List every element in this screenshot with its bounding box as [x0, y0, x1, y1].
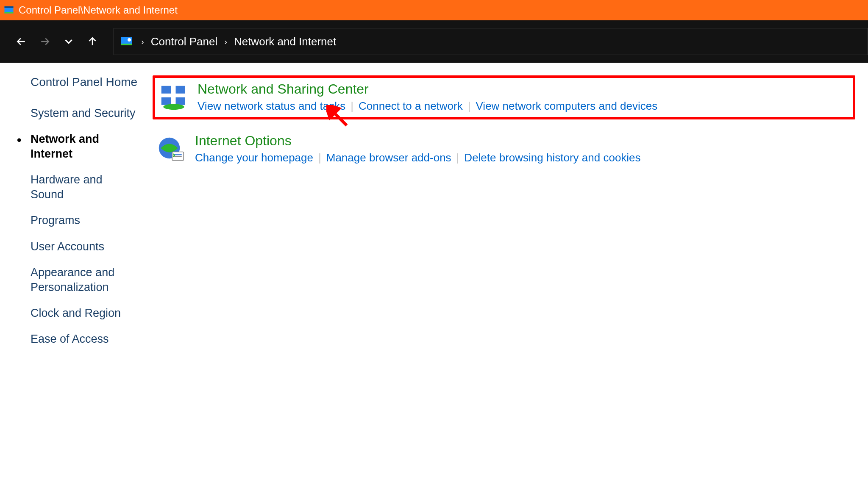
- link-divider: |: [456, 151, 459, 164]
- link-divider: |: [351, 100, 353, 112]
- main-panel: Network and Sharing CenterView network s…: [153, 63, 868, 488]
- title-bar: Control Panel\Network and Internet: [0, 0, 868, 20]
- category-links: Change your homepage|Manage browser add-…: [195, 151, 852, 164]
- content-area: Control Panel Home System and SecurityNe…: [0, 63, 868, 488]
- svg-rect-6: [161, 86, 171, 94]
- window-title: Control Panel\Network and Internet: [19, 4, 178, 16]
- category-links: View network status and tasks|Connect to…: [198, 100, 849, 113]
- task-link[interactable]: View network computers and devices: [476, 100, 657, 112]
- task-link[interactable]: Connect to a network: [359, 100, 463, 112]
- sidebar-item-user-accounts[interactable]: User Accounts: [17, 239, 136, 254]
- category-title-link[interactable]: Internet Options: [195, 133, 852, 149]
- sidebar-item-network-and-internet[interactable]: Network and Internet: [17, 132, 136, 161]
- history-dropdown-button[interactable]: [57, 30, 81, 53]
- svg-rect-8: [161, 97, 171, 105]
- control-panel-home-link[interactable]: Control Panel Home: [31, 75, 153, 89]
- nav-bar: › Control Panel › Network and Internet: [0, 20, 868, 63]
- category-body: Internet OptionsChange your homepage|Man…: [195, 133, 852, 164]
- chevron-right-icon[interactable]: ›: [220, 37, 231, 47]
- window-icon: [3, 5, 14, 15]
- category-network-and-sharing-center: Network and Sharing CenterView network s…: [153, 75, 855, 119]
- sidebar-item-appearance-and-personalization[interactable]: Appearance and Personalization: [17, 265, 136, 295]
- chevron-right-icon[interactable]: ›: [137, 37, 148, 47]
- sidebar-item-ease-of-access[interactable]: Ease of Access: [17, 332, 136, 347]
- svg-rect-4: [121, 44, 132, 45]
- sidebar-item-clock-and-region[interactable]: Clock and Region: [17, 306, 136, 321]
- forward-button[interactable]: [33, 30, 57, 53]
- task-link[interactable]: View network status and tasks: [198, 100, 345, 112]
- sidebar-item-programs[interactable]: Programs: [17, 213, 136, 228]
- sidebar: Control Panel Home System and SecurityNe…: [0, 63, 153, 488]
- internet-options-icon: [156, 135, 186, 165]
- breadcrumb-root[interactable]: Control Panel: [148, 35, 220, 48]
- svg-rect-1: [5, 6, 14, 8]
- sidebar-item-system-and-security[interactable]: System and Security: [17, 106, 136, 121]
- network-sharing-icon: [159, 83, 189, 114]
- category-title-link[interactable]: Network and Sharing Center: [198, 81, 849, 97]
- breadcrumb-current[interactable]: Network and Internet: [231, 35, 339, 48]
- control-panel-icon: [120, 35, 134, 48]
- category-internet-options: Internet OptionsChange your homepage|Man…: [153, 130, 855, 169]
- svg-rect-11: [164, 106, 184, 108]
- sidebar-category-list: System and SecurityNetwork and InternetH…: [17, 106, 153, 347]
- link-divider: |: [468, 100, 471, 112]
- back-button[interactable]: [9, 30, 33, 53]
- svg-rect-7: [176, 86, 186, 94]
- sidebar-item-hardware-and-sound[interactable]: Hardware and Sound: [17, 172, 136, 202]
- task-link[interactable]: Manage browser add-ons: [326, 151, 451, 164]
- category-body: Network and Sharing CenterView network s…: [198, 81, 849, 113]
- svg-point-5: [128, 38, 131, 42]
- task-link[interactable]: Delete browsing history and cookies: [464, 151, 640, 164]
- up-button[interactable]: [81, 30, 104, 53]
- link-divider: |: [318, 151, 321, 164]
- task-link[interactable]: Change your homepage: [195, 151, 313, 164]
- address-bar[interactable]: › Control Panel › Network and Internet: [114, 28, 868, 55]
- svg-rect-2: [5, 12, 14, 14]
- svg-rect-9: [176, 97, 186, 105]
